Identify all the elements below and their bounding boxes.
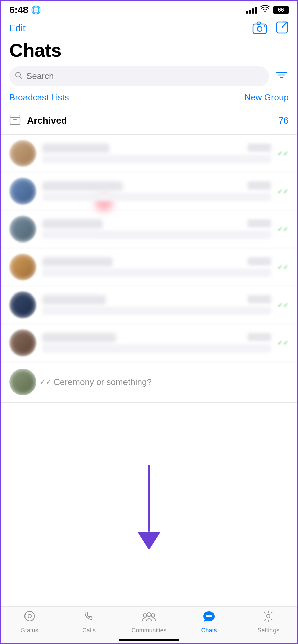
chat-message bbox=[42, 231, 271, 239]
signal-bar-4 bbox=[255, 7, 257, 14]
svg-point-17 bbox=[28, 614, 31, 618]
last-message-text: ✓✓ Ceremony or something? bbox=[40, 377, 152, 387]
search-input[interactable] bbox=[9, 66, 269, 86]
avatar bbox=[9, 254, 36, 280]
chat-item[interactable]: ✓✓ bbox=[0, 286, 298, 324]
broadcast-lists-button[interactable]: Broadcast Lists bbox=[9, 92, 69, 103]
status-bar: 6:48 🌐 66 bbox=[0, 0, 298, 18]
arrow-head bbox=[137, 532, 161, 550]
tab-chats[interactable]: Chats bbox=[192, 610, 226, 634]
chat-message bbox=[42, 193, 271, 201]
chat-item[interactable]: ✓✓ bbox=[0, 324, 298, 362]
camera-button[interactable] bbox=[252, 21, 267, 35]
chat-item[interactable]: ✓✓ bbox=[0, 172, 298, 210]
tab-chats-label: Chats bbox=[201, 627, 217, 634]
tab-communities-label: Communities bbox=[131, 627, 166, 634]
double-tick-icon: ✓✓ bbox=[277, 187, 289, 195]
avatar-image bbox=[9, 329, 36, 356]
calls-icon bbox=[83, 610, 95, 625]
header: Edit bbox=[0, 18, 298, 37]
svg-point-24 bbox=[267, 614, 270, 618]
svg-rect-2 bbox=[257, 22, 260, 24]
avatar bbox=[9, 291, 36, 318]
signal-bar-2 bbox=[249, 10, 251, 14]
avatar-image bbox=[9, 178, 36, 205]
arrow-annotation bbox=[137, 465, 161, 550]
chat-name bbox=[42, 333, 116, 342]
chat-message bbox=[42, 155, 271, 163]
double-tick-icon: ✓✓ bbox=[277, 263, 289, 271]
tick-column: ✓✓ bbox=[277, 225, 289, 233]
chat-content bbox=[42, 181, 271, 201]
last-message-preview[interactable]: ✓✓ Ceremony or something? bbox=[0, 362, 298, 402]
filter-button[interactable] bbox=[275, 69, 289, 84]
chat-time bbox=[248, 295, 271, 303]
chat-name bbox=[42, 219, 103, 229]
home-indicator bbox=[119, 639, 179, 641]
double-tick-icon: ✓✓ bbox=[277, 225, 289, 233]
signal-bar-3 bbox=[252, 8, 254, 14]
chat-item[interactable]: ✓✓ bbox=[0, 210, 298, 248]
avatar-image bbox=[9, 140, 36, 167]
avatar bbox=[9, 216, 36, 243]
chat-list: ✓✓ ✓✓ ✓✓ bbox=[0, 135, 298, 362]
chat-content bbox=[42, 333, 271, 353]
tick-column: ✓✓ bbox=[277, 301, 289, 309]
tick-column: ✓✓ bbox=[277, 149, 289, 157]
svg-rect-13 bbox=[10, 117, 20, 124]
double-tick-icon: ✓✓ bbox=[277, 301, 289, 309]
chats-icon bbox=[202, 610, 216, 625]
svg-rect-14 bbox=[10, 115, 20, 117]
tab-settings-label: Settings bbox=[257, 627, 279, 634]
avatar bbox=[9, 140, 36, 167]
chat-time bbox=[248, 257, 271, 265]
avatar bbox=[9, 178, 36, 205]
chat-item[interactable]: ✓✓ bbox=[0, 248, 298, 286]
avatar-image bbox=[9, 369, 36, 395]
new-group-button[interactable]: New Group bbox=[245, 92, 289, 103]
status-icon bbox=[23, 610, 36, 625]
archived-row[interactable]: Archived 76 bbox=[0, 107, 298, 135]
chat-content bbox=[42, 295, 271, 315]
tab-settings[interactable]: Settings bbox=[252, 610, 285, 634]
chat-item[interactable]: ✓✓ bbox=[0, 135, 298, 172]
tick-column: ✓✓ bbox=[277, 187, 289, 195]
check-marks: ✓✓ bbox=[40, 378, 52, 386]
chat-message bbox=[42, 307, 271, 315]
search-bar-row bbox=[0, 66, 298, 86]
action-row: Broadcast Lists New Group bbox=[0, 86, 298, 107]
time-display: 6:48 bbox=[9, 5, 28, 15]
page-title: Chats bbox=[0, 37, 298, 66]
chat-content bbox=[42, 219, 271, 239]
chat-name bbox=[42, 257, 113, 267]
tab-calls[interactable]: Calls bbox=[72, 610, 106, 634]
status-time: 6:48 🌐 bbox=[9, 5, 41, 15]
battery-level: 66 bbox=[278, 7, 284, 13]
chat-time bbox=[248, 181, 271, 190]
tab-status[interactable]: Status bbox=[13, 610, 46, 634]
header-action-icons bbox=[252, 21, 289, 35]
tick-column: ✓✓ bbox=[277, 339, 289, 347]
double-tick-icon: ✓✓ bbox=[277, 149, 289, 157]
chat-content bbox=[42, 257, 271, 277]
svg-point-16 bbox=[25, 611, 34, 621]
edit-button[interactable]: Edit bbox=[9, 23, 26, 34]
avatar bbox=[9, 369, 36, 395]
search-icon bbox=[15, 71, 23, 82]
double-tick-icon: ✓✓ bbox=[277, 339, 289, 347]
communities-icon bbox=[142, 610, 156, 625]
chat-time bbox=[248, 144, 271, 152]
compose-button[interactable] bbox=[275, 21, 289, 35]
avatar bbox=[9, 329, 36, 356]
chat-name bbox=[42, 144, 109, 153]
settings-icon bbox=[262, 610, 275, 625]
chat-name bbox=[42, 295, 106, 305]
svg-line-7 bbox=[282, 22, 287, 28]
svg-point-21 bbox=[206, 615, 208, 617]
search-input-wrapper bbox=[9, 66, 269, 86]
tab-communities[interactable]: Communities bbox=[131, 610, 166, 634]
wifi-icon bbox=[260, 5, 270, 15]
tab-calls-label: Calls bbox=[82, 627, 96, 634]
svg-point-18 bbox=[147, 613, 151, 617]
svg-point-19 bbox=[143, 614, 147, 617]
